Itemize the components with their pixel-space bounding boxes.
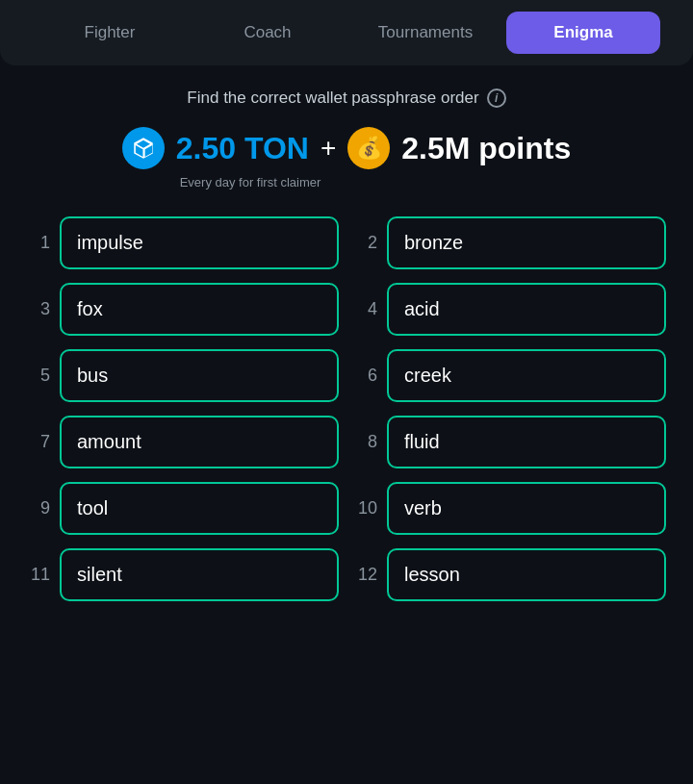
word-item-9: 9tool (27, 482, 339, 535)
word-box-11[interactable]: silent (60, 548, 339, 601)
word-item-4: 4acid (354, 283, 666, 336)
word-box-5[interactable]: bus (60, 349, 339, 402)
word-item-12: 12lesson (354, 548, 666, 601)
word-box-4[interactable]: acid (387, 283, 666, 336)
word-item-10: 10verb (354, 482, 666, 535)
word-item-8: 8fluid (354, 416, 666, 468)
word-item-6: 6creek (354, 349, 666, 402)
word-box-10[interactable]: verb (387, 482, 666, 535)
word-box-1[interactable]: impulse (60, 216, 339, 269)
instruction-text: Find the correct wallet passphrase order (187, 89, 478, 108)
word-number-8: 8 (354, 432, 377, 452)
word-number-4: 4 (354, 299, 377, 319)
word-box-7[interactable]: amount (60, 416, 339, 468)
points-amount: 2.5M points (401, 131, 571, 166)
word-grid: 1impulse2bronze3fox4acid5bus6creek7amoun… (19, 216, 674, 601)
main-content: Find the correct wallet passphrase order… (0, 65, 693, 624)
word-number-2: 2 (354, 233, 377, 253)
word-box-12[interactable]: lesson (387, 548, 666, 601)
reward-row: 2.50 TON + 💰 2.5M points (122, 127, 572, 169)
ton-amount: 2.50 TON (176, 131, 309, 166)
word-number-3: 3 (27, 299, 50, 319)
info-icon[interactable]: i (487, 89, 506, 108)
word-box-6[interactable]: creek (387, 349, 666, 402)
word-number-1: 1 (27, 233, 50, 253)
word-number-9: 9 (27, 498, 50, 518)
word-item-7: 7amount (27, 416, 339, 468)
word-number-12: 12 (354, 565, 377, 585)
word-item-5: 5bus (27, 349, 339, 402)
word-box-3[interactable]: fox (60, 283, 339, 336)
word-item-11: 11silent (27, 548, 339, 601)
word-item-2: 2bronze (354, 216, 666, 269)
tab-enigma[interactable]: Enigma (506, 12, 660, 54)
word-box-9[interactable]: tool (60, 482, 339, 535)
word-box-2[interactable]: bronze (387, 216, 666, 269)
tab-fighter[interactable]: Fighter (33, 12, 187, 54)
word-number-7: 7 (27, 432, 50, 452)
word-number-10: 10 (354, 498, 377, 518)
instruction-row: Find the correct wallet passphrase order… (187, 89, 505, 108)
tab-bar: Fighter Coach Tournaments Enigma (0, 0, 693, 65)
word-number-6: 6 (354, 366, 377, 386)
ton-icon (122, 127, 165, 169)
word-item-1: 1impulse (27, 216, 339, 269)
plus-sign: + (321, 133, 336, 164)
reward-subtitle: Every day for first claimer (180, 175, 321, 190)
coin-icon: 💰 (347, 127, 390, 169)
word-box-8[interactable]: fluid (387, 416, 666, 468)
tab-tournaments[interactable]: Tournaments (348, 12, 502, 54)
word-number-11: 11 (27, 565, 50, 585)
ton-logo-icon (131, 136, 156, 161)
word-number-5: 5 (27, 366, 50, 386)
tab-coach[interactable]: Coach (191, 12, 345, 54)
word-item-3: 3fox (27, 283, 339, 336)
